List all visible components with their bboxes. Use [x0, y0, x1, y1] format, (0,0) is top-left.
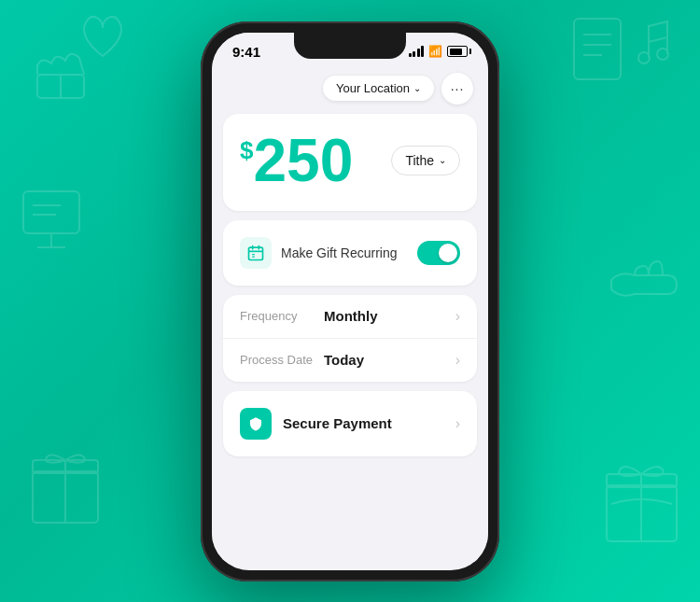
- toggle-left: Make Gift Recurring: [240, 237, 397, 269]
- process-date-value: Today: [324, 352, 455, 368]
- svg-rect-21: [249, 247, 263, 259]
- signal-icon: [409, 46, 425, 57]
- svg-rect-0: [37, 75, 84, 98]
- shield-icon: [247, 415, 264, 432]
- status-icons: 📶: [409, 45, 469, 58]
- location-label: Your Location: [336, 81, 410, 95]
- recurring-card: Make Gift Recurring: [223, 220, 477, 286]
- app-content: Your Location ⌄ ··· $ 250: [212, 65, 488, 562]
- amount-display: $ 250: [240, 131, 353, 190]
- amount-section: $ 250 Tithe ⌄: [240, 131, 460, 194]
- toggle-knob: [439, 244, 457, 262]
- location-button[interactable]: Your Location ⌄: [323, 76, 434, 101]
- fund-chevron-icon: ⌄: [439, 155, 446, 165]
- phone-mockup: 9:41 📶: [201, 21, 499, 581]
- process-date-row[interactable]: Process Date Today ›: [223, 339, 477, 382]
- fund-label: Tithe: [405, 153, 434, 168]
- currency-symbol: $: [240, 136, 253, 165]
- svg-rect-2: [574, 19, 621, 79]
- status-time: 9:41: [232, 44, 260, 60]
- calendar-icon: [246, 244, 265, 262]
- recurring-toggle[interactable]: [417, 241, 460, 265]
- header-row: Your Location ⌄ ···: [212, 65, 488, 114]
- fund-selector-button[interactable]: Tithe ⌄: [391, 146, 460, 175]
- location-chevron-icon: ⌄: [413, 83, 421, 93]
- frequency-chevron-icon: ›: [455, 308, 460, 325]
- phone-screen: 9:41 📶: [212, 33, 488, 570]
- svg-rect-15: [33, 471, 98, 523]
- shield-icon-box: [240, 408, 272, 440]
- payment-chevron-icon: ›: [455, 415, 460, 432]
- amount-value[interactable]: 250: [253, 131, 353, 190]
- phone-frame: 9:41 📶: [201, 21, 499, 581]
- more-dots-icon: ···: [451, 81, 465, 96]
- svg-rect-16: [33, 460, 98, 473]
- recurring-label: Make Gift Recurring: [281, 245, 397, 260]
- toggle-row: Make Gift Recurring: [240, 237, 460, 269]
- svg-rect-19: [607, 474, 677, 487]
- payment-card[interactable]: Secure Payment ›: [223, 391, 477, 456]
- svg-point-9: [657, 49, 668, 60]
- frequency-row[interactable]: Frequency Monthly ›: [223, 295, 477, 339]
- wifi-icon: 📶: [428, 45, 442, 58]
- process-date-chevron-icon: ›: [455, 352, 460, 369]
- detail-card: Frequency Monthly › Process Date Today ›: [223, 295, 477, 382]
- svg-rect-18: [607, 485, 677, 541]
- phone-notch: [294, 33, 406, 59]
- svg-rect-10: [23, 191, 79, 233]
- battery-icon: [447, 46, 468, 57]
- amount-card: $ 250 Tithe ⌄: [223, 114, 477, 211]
- calendar-icon-box: [240, 237, 272, 269]
- svg-point-7: [638, 52, 650, 63]
- payment-label: Secure Payment: [283, 415, 444, 431]
- process-date-label: Process Date: [240, 353, 324, 367]
- frequency-label: Frequency: [240, 309, 324, 323]
- more-options-button[interactable]: ···: [441, 73, 473, 105]
- frequency-value: Monthly: [324, 308, 455, 324]
- payment-row: Secure Payment ›: [240, 408, 460, 440]
